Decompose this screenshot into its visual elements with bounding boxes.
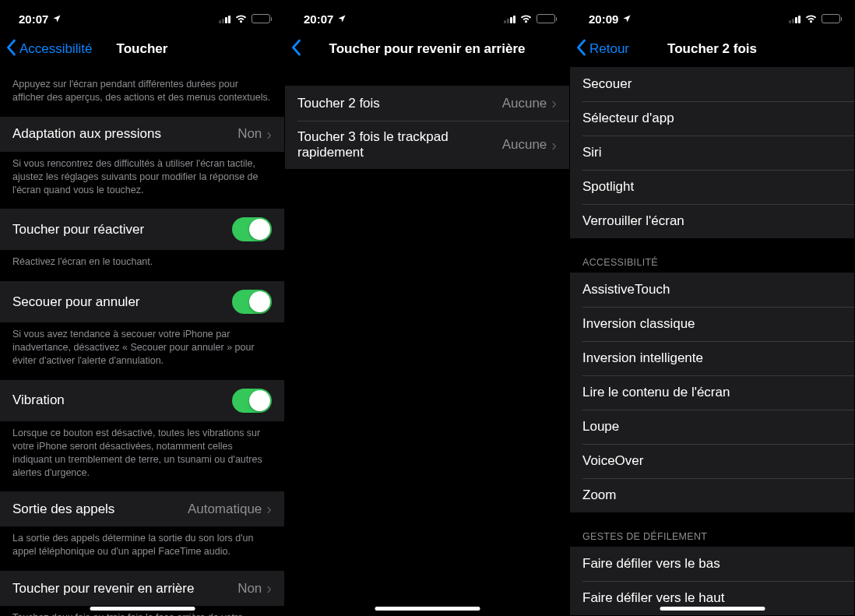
row-magnifier[interactable]: Loupe	[570, 410, 854, 444]
wifi-icon	[519, 14, 533, 24]
row-label: Toucher pour réactiver	[12, 222, 144, 238]
row-zoom[interactable]: Zoom	[570, 478, 854, 512]
row-classic-invert[interactable]: Inversion classique	[570, 307, 854, 341]
status-time: 20:09	[589, 12, 618, 26]
status-bar: 20:09	[570, 0, 854, 31]
phone-screen-2: 20:07 Toucher pour revenir en arrière To…	[285, 0, 570, 616]
footer-text: Réactivez l'écran en le touchant.	[0, 250, 284, 281]
toggle-switch[interactable]	[232, 290, 272, 314]
row-vibration[interactable]: Vibration	[0, 380, 284, 421]
chevron-left-icon	[291, 39, 301, 59]
row-label: Toucher pour revenir en arrière	[12, 581, 194, 597]
battery-icon	[537, 14, 558, 23]
row-double-tap[interactable]: Toucher 2 fois Aucune ›	[285, 86, 569, 121]
row-speak-screen[interactable]: Lire le contenu de l'écran	[570, 375, 854, 410]
row-siri[interactable]: Siri	[570, 136, 854, 170]
row-label: VoiceOver	[582, 453, 643, 469]
chevron-right-icon: ›	[266, 125, 272, 143]
row-app-switcher[interactable]: Sélecteur d'app	[570, 101, 854, 136]
nav-bar: Toucher pour revenir en arrière	[285, 31, 569, 67]
row-touch-accommodations[interactable]: Adaptation aux pressions Non ›	[0, 117, 284, 152]
row-label: Inversion classique	[582, 316, 695, 332]
row-tap-to-wake[interactable]: Toucher pour réactiver	[0, 209, 284, 250]
row-label: Inversion intelligente	[582, 350, 703, 366]
back-button[interactable]: Accessibilité	[0, 39, 93, 59]
footer-text: La sortie des appels détermine la sortie…	[0, 526, 284, 571]
wifi-icon	[234, 14, 248, 24]
row-assistivetouch[interactable]: AssistiveTouch	[570, 273, 854, 307]
battery-icon	[252, 14, 273, 23]
row-lock-screen[interactable]: Verrouiller l'écran	[570, 204, 854, 238]
row-label: Toucher 3 fois le trackpad rapidement	[297, 129, 502, 160]
nav-title: Toucher pour revenir en arrière	[285, 41, 569, 57]
row-label: Secouer	[582, 76, 632, 92]
section-header: GESTES DE DÉFILEMENT	[570, 512, 854, 547]
phone-screen-3: 20:09 Retour Toucher 2 fois Secouer Séle…	[570, 0, 855, 616]
nav-bar: Accessibilité Toucher	[0, 31, 284, 67]
location-icon	[337, 12, 347, 26]
row-voiceover[interactable]: VoiceOver	[570, 444, 854, 478]
footer-text: Si vous avez tendance à secouer votre iP…	[0, 322, 284, 380]
row-label: Verrouiller l'écran	[582, 213, 684, 229]
row-value: Non ›	[238, 579, 272, 597]
battery-icon	[822, 14, 843, 23]
phone-screen-1: 20:07 Accessibilité Toucher Appuyez sur …	[0, 0, 285, 616]
row-value: Automatique ›	[188, 500, 272, 518]
row-label: Faire défiler vers le haut	[582, 590, 724, 606]
status-bar: 20:07	[0, 0, 284, 31]
home-indicator[interactable]	[90, 607, 195, 611]
back-button[interactable]	[285, 39, 301, 59]
footer-text: Si vous rencontrez des difficultés à uti…	[0, 152, 284, 209]
row-triple-tap[interactable]: Toucher 3 fois le trackpad rapidement Au…	[285, 121, 569, 169]
toggle-switch[interactable]	[232, 389, 272, 413]
row-call-audio-routing[interactable]: Sortie des appels Automatique ›	[0, 491, 284, 526]
row-label: Toucher 2 fois	[297, 96, 380, 111]
chevron-right-icon: ›	[551, 94, 557, 112]
row-label: Sélecteur d'app	[582, 111, 674, 126]
chevron-left-icon	[6, 39, 16, 59]
row-label: Adaptation aux pressions	[12, 126, 161, 142]
chevron-right-icon: ›	[551, 136, 557, 154]
row-label: Spotlight	[582, 179, 634, 195]
row-value: Aucune ›	[502, 94, 557, 112]
row-shake[interactable]: Secouer	[570, 67, 854, 101]
back-label: Accessibilité	[19, 41, 93, 57]
row-label: Sortie des appels	[12, 502, 114, 517]
location-icon	[622, 12, 632, 26]
row-label: Lire le contenu de l'écran	[582, 385, 730, 400]
row-label: Secouer pour annuler	[12, 294, 140, 310]
cellular-icon	[504, 14, 515, 23]
status-time: 20:07	[19, 12, 48, 26]
row-value: Aucune ›	[502, 136, 557, 154]
chevron-left-icon	[576, 39, 586, 59]
back-label: Retour	[589, 41, 629, 57]
row-spotlight[interactable]: Spotlight	[570, 170, 854, 204]
back-button[interactable]: Retour	[570, 39, 629, 59]
chevron-right-icon: ›	[266, 500, 272, 518]
cellular-icon	[219, 14, 230, 23]
row-label: AssistiveTouch	[582, 282, 670, 297]
home-indicator[interactable]	[660, 607, 765, 611]
row-label: Faire défiler vers le bas	[582, 556, 720, 572]
nav-bar: Retour Toucher 2 fois	[570, 31, 854, 67]
home-indicator[interactable]	[375, 607, 480, 611]
toggle-switch[interactable]	[232, 217, 272, 241]
status-time: 20:07	[304, 12, 333, 26]
footer-text: Lorsque ce bouton est désactivé, toutes …	[0, 421, 284, 492]
chevron-right-icon: ›	[266, 579, 272, 597]
status-bar: 20:07	[285, 0, 569, 31]
row-scroll-down[interactable]: Faire défiler vers le bas	[570, 547, 854, 581]
row-label: Loupe	[582, 419, 619, 435]
footer-text: Appuyez sur l'écran pendant différentes …	[0, 67, 284, 117]
row-label: Siri	[582, 145, 602, 160]
wifi-icon	[804, 14, 818, 24]
row-smart-invert[interactable]: Inversion intelligente	[570, 341, 854, 375]
row-label: Zoom	[582, 488, 616, 503]
row-shake-to-undo[interactable]: Secouer pour annuler	[0, 281, 284, 322]
section-header: ACCESSIBILITÉ	[570, 238, 854, 273]
cellular-icon	[789, 14, 800, 23]
row-label: Vibration	[12, 392, 65, 408]
row-value: Non ›	[238, 125, 272, 143]
row-back-tap[interactable]: Toucher pour revenir en arrière Non ›	[0, 571, 284, 606]
location-icon	[52, 12, 62, 26]
